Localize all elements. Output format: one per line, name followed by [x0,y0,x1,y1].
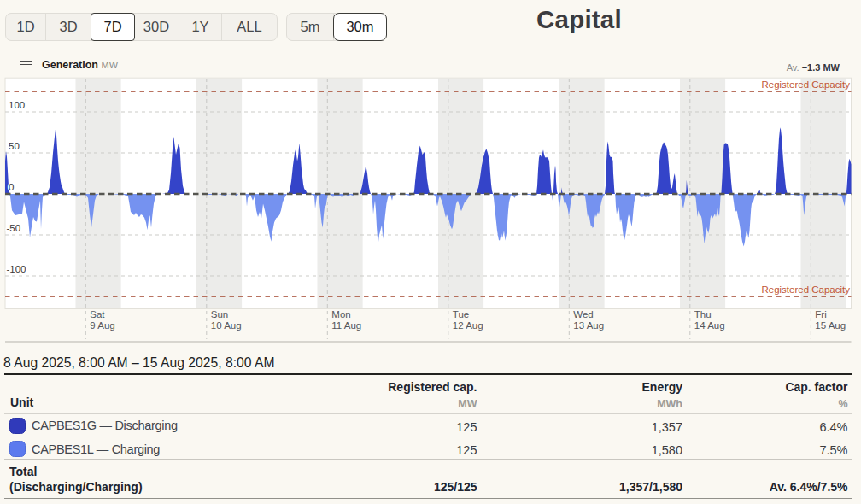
svg-text:9 Aug: 9 Aug [90,320,114,331]
svg-text:Sun: Sun [211,309,228,319]
svg-text:10 Aug: 10 Aug [211,320,242,331]
svg-text:15 Aug: 15 Aug [815,320,846,331]
svg-text:Mon: Mon [331,309,350,319]
svg-text:Sat: Sat [90,309,105,319]
svg-text:-100: -100 [7,264,26,274]
svg-text:14 Aug: 14 Aug [694,320,725,331]
svg-text:Registered Capacity: Registered Capacity [761,284,850,295]
svg-text:Wed: Wed [573,309,593,319]
svg-text:11 Aug: 11 Aug [331,320,361,331]
svg-text:Fri: Fri [815,309,826,319]
svg-text:-50: -50 [7,223,21,233]
svg-text:0: 0 [9,182,14,192]
svg-text:50: 50 [9,141,20,151]
svg-text:13 Aug: 13 Aug [573,320,604,331]
svg-text:Thu: Thu [694,309,712,319]
svg-text:100: 100 [9,100,25,110]
svg-text:Registered Capacity: Registered Capacity [761,79,850,90]
svg-text:Tue: Tue [453,309,469,319]
svg-text:12 Aug: 12 Aug [453,320,483,331]
